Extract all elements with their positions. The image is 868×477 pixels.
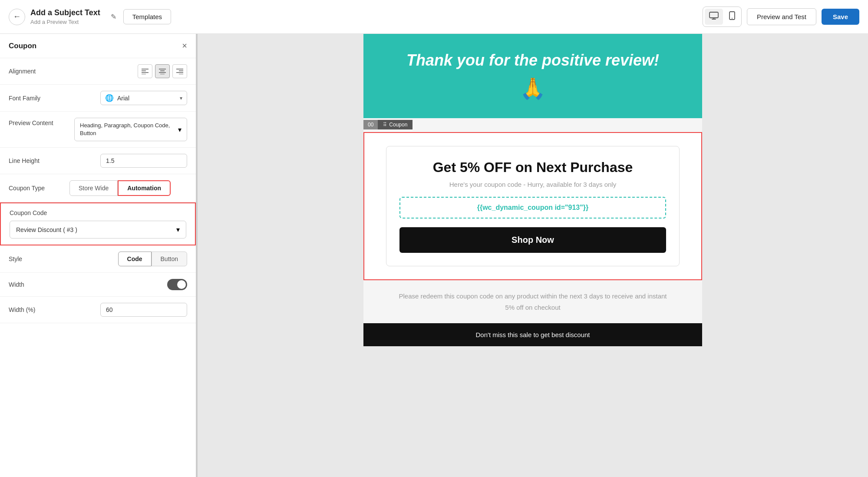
width-toggle[interactable]	[167, 279, 187, 290]
mobile-icon	[729, 11, 735, 20]
coupon-badge-label: Coupon	[389, 122, 407, 128]
style-label: Style	[9, 255, 65, 262]
coupon-code-select[interactable]: Review Discount ( #3 ) ▾	[10, 221, 186, 238]
align-left-button[interactable]	[138, 64, 152, 78]
style-group: Code Button	[118, 252, 187, 266]
coupon-code-label: Coupon Code	[10, 209, 186, 216]
preview-content-chevron-icon: ▾	[178, 126, 182, 134]
coupon-code-section: Coupon Code Review Discount ( #3 ) ▾	[0, 202, 196, 245]
panel-close-button[interactable]: ×	[182, 41, 187, 51]
line-height-input[interactable]	[100, 154, 187, 168]
prayer-hands-emoji: 🙏	[372, 76, 693, 101]
line-height-label: Line Height	[9, 157, 65, 164]
coupon-code-display: {{wc_dynamic_coupon id="913"}}	[399, 197, 666, 219]
align-left-icon	[142, 68, 149, 74]
line-height-row: Line Height	[0, 148, 196, 174]
coupon-code-chevron-icon: ▾	[176, 225, 180, 234]
shop-now-button[interactable]: Shop Now	[399, 227, 666, 253]
align-right-button[interactable]	[172, 64, 187, 78]
coupon-type-label: Coupon Type	[9, 185, 65, 192]
email-header: Thank you for the positive review! 🙏	[363, 34, 702, 118]
alignment-group	[138, 64, 187, 78]
left-panel: Coupon × Alignment	[0, 34, 198, 477]
preview-content-row: Preview Content Heading, Paragraph, Coup…	[0, 112, 196, 148]
device-switcher	[703, 7, 742, 27]
style-row: Style Code Button	[0, 245, 196, 273]
font-family-select[interactable]: 🌐 Arial ▾	[100, 91, 187, 105]
block-number: 00	[368, 122, 373, 128]
width-row: Width	[0, 273, 196, 297]
font-family-control: 🌐 Arial ▾	[69, 91, 187, 105]
width-percent-input[interactable]	[100, 303, 187, 317]
back-button[interactable]: ←	[9, 9, 25, 25]
title-block: Add a Subject Text Add a Preview Text	[30, 8, 100, 25]
preview-content-value: Heading, Paragraph, Coupon Code, Button	[80, 122, 178, 137]
grid-icon: ⠿	[383, 122, 387, 128]
font-family-label: Font Family	[9, 95, 65, 102]
coupon-block-wrapper: Get 5% OFF on Next Purchase Here's your …	[363, 132, 702, 280]
style-code-button[interactable]: Code	[118, 252, 152, 266]
bottom-bar: Don't miss this sale to get best discoun…	[363, 323, 702, 346]
svg-rect-0	[710, 12, 718, 18]
panel-header: Coupon ×	[0, 34, 196, 58]
width-percent-label: Width (%)	[9, 306, 65, 313]
chevron-down-icon: ▾	[180, 95, 182, 101]
panel-title: Coupon	[9, 42, 36, 50]
coupon-label-badge: ⠿ Coupon	[378, 120, 413, 129]
font-family-value: Arial	[117, 95, 176, 102]
line-height-control	[69, 154, 187, 168]
width-percent-row: Width (%)	[0, 297, 196, 323]
email-preview: Thank you for the positive review! 🙏 00 …	[363, 34, 702, 346]
svg-point-2	[732, 18, 733, 19]
coupon-type-group: Store Wide Automation	[69, 180, 171, 196]
block-number-badge: 00	[363, 120, 378, 129]
email-preview-text: Add a Preview Text	[30, 19, 100, 25]
style-control: Code Button	[69, 252, 187, 266]
edit-button[interactable]: ✎	[109, 11, 118, 23]
preview-content-control: Heading, Paragraph, Coupon Code, Button …	[69, 118, 187, 141]
preview-area: Thank you for the positive review! 🙏 00 …	[198, 34, 868, 477]
alignment-row: Alignment	[0, 58, 196, 85]
coupon-code-select-value: Review Discount ( #3 )	[16, 226, 176, 233]
align-right-icon	[176, 68, 183, 74]
width-percent-control	[69, 303, 187, 317]
topbar: ← Add a Subject Text Add a Preview Text …	[0, 0, 868, 34]
mobile-view-button[interactable]	[725, 9, 739, 25]
coupon-type-automation-button[interactable]: Automation	[118, 180, 171, 196]
font-family-row: Font Family 🌐 Arial ▾	[0, 85, 196, 112]
coupon-content: Get 5% OFF on Next Purchase Here's your …	[364, 133, 701, 279]
coupon-type-store-wide-button[interactable]: Store Wide	[69, 180, 118, 196]
coupon-toolbar: 00 ⠿ Coupon	[363, 120, 413, 129]
alignment-label: Alignment	[9, 68, 65, 75]
templates-button[interactable]: Templates	[123, 9, 171, 24]
coupon-block-container: 00 ⠿ Coupon Get 5% OFF on Next Purchase …	[363, 132, 702, 280]
email-header-title: Thank you for the positive review!	[372, 51, 693, 70]
align-center-icon	[159, 68, 166, 74]
coupon-heading: Get 5% OFF on Next Purchase	[399, 159, 666, 176]
preview-content-select[interactable]: Heading, Paragraph, Coupon Code, Button …	[74, 118, 187, 141]
width-label: Width	[9, 281, 65, 288]
email-subject-title: Add a Subject Text	[30, 8, 100, 17]
style-button-button[interactable]: Button	[152, 252, 187, 266]
globe-icon: 🌐	[105, 94, 114, 102]
preview-and-test-button[interactable]: Preview and Test	[747, 8, 816, 25]
coupon-inner: Get 5% OFF on Next Purchase Here's your …	[386, 146, 680, 266]
align-center-button[interactable]	[155, 64, 170, 78]
alignment-controls	[69, 64, 187, 78]
main-area: Coupon × Alignment	[0, 34, 868, 477]
coupon-subtext: Here's your coupon code - Hurry, availab…	[399, 181, 666, 188]
width-toggle-control	[69, 279, 187, 290]
coupon-type-row: Coupon Type Store Wide Automation	[0, 174, 196, 202]
preview-content-label: Preview Content	[9, 118, 65, 126]
desktop-icon	[709, 12, 719, 20]
redeem-text: Please redeem this coupon code on any pr…	[363, 280, 702, 323]
save-button[interactable]: Save	[822, 9, 859, 25]
desktop-view-button[interactable]	[705, 9, 723, 25]
